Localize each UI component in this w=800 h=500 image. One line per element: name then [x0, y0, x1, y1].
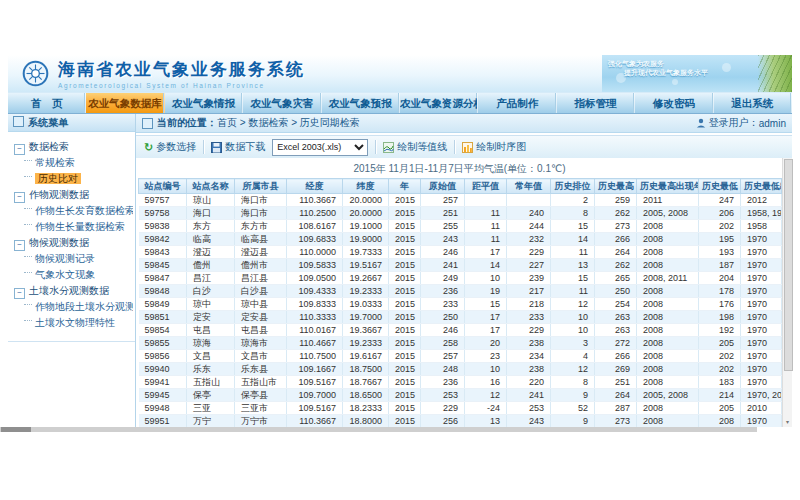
vertical-scrollbar[interactable]: ▾: [782, 158, 792, 427]
table-row[interactable]: 59851定安定安县110.333319.7000201525017233102…: [139, 311, 782, 324]
cell: 229: [507, 324, 551, 337]
cell: 248: [421, 363, 465, 376]
horizontal-scrollbar[interactable]: [0, 427, 757, 432]
table-row[interactable]: 59941五指山五指山市109.516718.76672015236162208…: [139, 376, 782, 389]
cell: 2008: [637, 220, 699, 233]
cell: 15: [551, 272, 595, 285]
cell: 243: [421, 233, 465, 246]
cell: 18.8000: [343, 415, 389, 428]
nav-item[interactable]: 首 页: [8, 93, 86, 113]
cell: 265: [595, 272, 637, 285]
nav-item[interactable]: 农业气象数据库: [86, 93, 164, 113]
cell: 243: [507, 415, 551, 428]
tree-connector: [24, 320, 32, 322]
cell: 109.5833: [287, 259, 343, 272]
table-row[interactable]: 59849琼中琼中县109.833319.0333201523315218122…: [139, 298, 782, 311]
cell: 202: [699, 363, 741, 376]
cell: 2005, 2008: [637, 207, 699, 220]
breadcrumb[interactable]: 首页 > 数据检索 > 历史同期检索: [217, 116, 360, 130]
table-row[interactable]: 59757琼山海口市110.366720.0000201525722592011…: [139, 194, 782, 207]
cell: 琼中: [187, 298, 235, 311]
table-row[interactable]: 59842临高临高县109.683319.9000201524311232142…: [139, 233, 782, 246]
scrollbar-thumb[interactable]: [784, 159, 793, 371]
table-row[interactable]: 59940乐东乐东县109.166718.7500201524810238122…: [139, 363, 782, 376]
column-header: 历史最高出现年份: [637, 179, 699, 194]
cell: 59854: [139, 324, 187, 337]
separator: [203, 140, 204, 154]
cell: 临高县: [235, 233, 287, 246]
download-format-select[interactable]: Excel 2003(.xls): [272, 139, 368, 156]
tree-item[interactable]: 土壤水文物理特性: [24, 315, 133, 331]
tree-node[interactable]: −物候观测数据: [14, 235, 133, 251]
collapse-icon[interactable]: −: [14, 240, 25, 251]
table-row[interactable]: 59843澄迈澄迈县110.000019.7333201524617229112…: [139, 246, 782, 259]
table-row[interactable]: 59855琼海琼海市110.466719.2333201525820238327…: [139, 337, 782, 350]
column-header: 历史最低出现年份: [741, 179, 782, 194]
table-row[interactable]: 59854屯昌屯昌县110.016719.3667201524617229102…: [139, 324, 782, 337]
draw-contour-button[interactable]: 绘制等值线: [383, 140, 447, 154]
cell: 12: [551, 363, 595, 376]
cell: 2015: [389, 337, 421, 350]
collapse-icon[interactable]: −: [14, 192, 25, 203]
tree-item[interactable]: 物候观测记录: [24, 251, 133, 267]
cell: 2015: [389, 259, 421, 272]
cell: 109.6833: [287, 233, 343, 246]
nav-item[interactable]: 指标管理: [557, 93, 635, 113]
nav-item[interactable]: 产品制作: [478, 93, 556, 113]
tree-connector: [24, 176, 32, 178]
tree-item[interactable]: 气象水文现象: [24, 267, 133, 283]
table-row[interactable]: 59945保亭保亭县109.700018.6500201525312241926…: [139, 389, 782, 402]
cell: 1970: [741, 272, 782, 285]
cell: 59940: [139, 363, 187, 376]
cell: 19: [465, 285, 507, 298]
cell: 2015: [389, 415, 421, 428]
collapse-icon[interactable]: −: [14, 144, 25, 155]
tree-item[interactable]: 常规检索: [24, 155, 133, 171]
cell: 109.5167: [287, 376, 343, 389]
nav-item[interactable]: 农业气象情报: [165, 93, 243, 113]
tree-item[interactable]: 作物生长量数据检索: [24, 219, 133, 235]
cell: 1970: [741, 298, 782, 311]
tree-item[interactable]: 作物生长发育数据检索: [24, 203, 133, 219]
cell: 屯昌: [187, 324, 235, 337]
tree-node[interactable]: −土壤水分观测数据: [14, 283, 133, 299]
table-row[interactable]: 59838东方东方市108.616719.1000201525511244152…: [139, 220, 782, 233]
cell: 109.1667: [287, 363, 343, 376]
table-row[interactable]: 59848白沙白沙县109.433319.2333201523619217112…: [139, 285, 782, 298]
cell: 19.7000: [343, 311, 389, 324]
cell: 澄迈县: [235, 246, 287, 259]
table-row[interactable]: 59847昌江昌江县109.050019.2667201524910239152…: [139, 272, 782, 285]
column-header: 所属市县: [235, 179, 287, 194]
cell: 232: [507, 233, 551, 246]
nav-item[interactable]: 农业气象灾害: [243, 93, 321, 113]
tree-item[interactable]: 作物地段土壤水分观测: [24, 299, 133, 315]
tree-node[interactable]: −数据检索: [14, 139, 133, 155]
table-row[interactable]: 59948三亚三亚市109.516718.23332015229-2425352…: [139, 402, 782, 415]
download-button[interactable]: 数据下载: [211, 140, 265, 154]
param-select-button[interactable]: ↻ 参数选择: [144, 140, 196, 154]
cell: 205: [699, 402, 741, 415]
cell: 14: [551, 233, 595, 246]
cell: 万宁市: [235, 415, 287, 428]
collapse-icon[interactable]: −: [14, 288, 25, 299]
table-row[interactable]: 59951万宁万宁市110.366718.8000201525613243927…: [139, 415, 782, 428]
tree-label: 数据检索: [29, 141, 69, 152]
draw-timeseries-button[interactable]: 绘制时序图: [462, 140, 526, 154]
table-row[interactable]: 59856文昌文昌市110.750019.6167201525723234426…: [139, 350, 782, 363]
column-header: 年: [389, 179, 421, 194]
scroll-down-arrow[interactable]: ▾: [783, 418, 792, 427]
scrollbar-thumb[interactable]: [1, 427, 31, 432]
nav-item[interactable]: 农业气象资源分析: [400, 93, 478, 113]
cell: 239: [507, 272, 551, 285]
cell: 23: [465, 350, 507, 363]
nav-item[interactable]: 修改密码: [635, 93, 713, 113]
cell: 1958, 1970: [741, 207, 782, 220]
table-row[interactable]: 59758海口海口市110.250020.0000201525111240826…: [139, 207, 782, 220]
tree-node[interactable]: −作物观测数据: [14, 187, 133, 203]
table-row[interactable]: 59845儋州儋州市109.583319.5167201524114227132…: [139, 259, 782, 272]
nav-item[interactable]: 退出系统: [714, 93, 792, 113]
nav-item[interactable]: 农业气象预报: [322, 93, 400, 113]
cell: 109.5167: [287, 402, 343, 415]
cell: 2008: [637, 259, 699, 272]
tree-item[interactable]: 历史比对: [24, 171, 133, 187]
